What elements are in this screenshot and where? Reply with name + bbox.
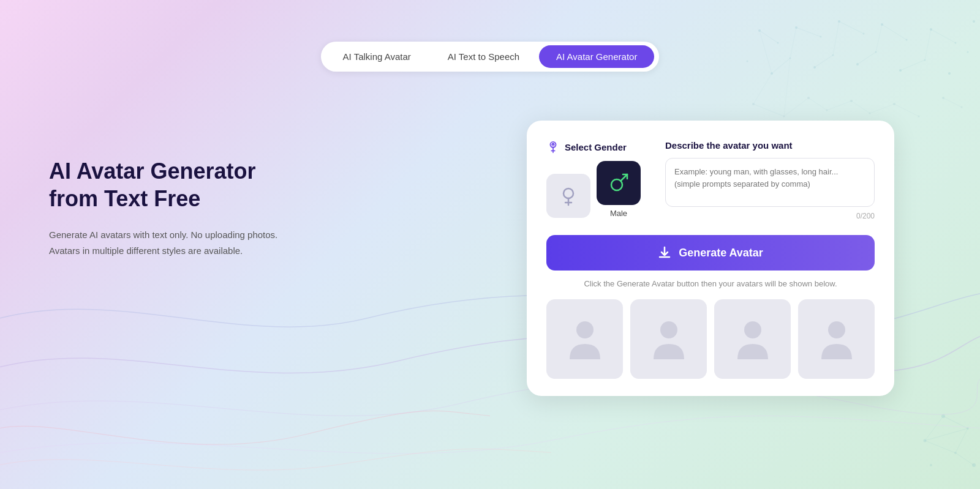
male-symbol-icon	[607, 171, 630, 195]
svg-point-78	[576, 321, 594, 338]
gender-section-label-text: Select Gender	[565, 142, 627, 152]
tab-bar: AI Talking Avatar AI Text to Speech AI A…	[321, 42, 660, 72]
avatar-placeholder-1	[546, 299, 623, 379]
svg-point-81	[828, 321, 845, 338]
card-header: Select Gender	[546, 140, 875, 220]
describe-label: Describe the avatar you want	[665, 140, 875, 151]
main-card: Select Gender	[527, 121, 894, 396]
avatar-silhouette-4	[818, 316, 855, 362]
avatar-silhouette-1	[567, 316, 603, 362]
avatar-grid	[546, 299, 875, 379]
generate-button-label: Generate Avatar	[679, 247, 763, 259]
avatar-placeholder-2	[630, 299, 707, 379]
avatar-placeholder-3	[714, 299, 791, 379]
describe-section: Describe the avatar you want 0/200	[665, 140, 875, 220]
char-count: 0/200	[665, 212, 875, 220]
page-description: Generate AI avatars with text only. No u…	[49, 227, 294, 258]
gender-male-btn[interactable]	[597, 161, 641, 205]
avatar-silhouette-3	[734, 316, 771, 362]
gender-options: Male	[546, 161, 641, 218]
gender-female-btn[interactable]	[546, 174, 590, 218]
describe-textarea[interactable]	[665, 158, 875, 207]
avatar-silhouette-2	[650, 316, 687, 362]
svg-point-70	[552, 143, 554, 146]
gender-section: Select Gender	[546, 140, 641, 218]
page-title: AI Avatar Generator from Text Free	[49, 157, 294, 212]
svg-point-79	[660, 321, 677, 338]
male-gender-label: Male	[597, 209, 641, 218]
page-container: AI Talking Avatar AI Text to Speech AI A…	[0, 0, 980, 489]
female-symbol-icon	[557, 185, 579, 207]
tab-text-to-speech[interactable]: AI Text to Speech	[431, 45, 537, 68]
gender-icon	[546, 140, 560, 154]
svg-point-80	[744, 321, 761, 338]
tab-talking-avatar[interactable]: AI Talking Avatar	[326, 45, 428, 68]
helper-text: Click the Generate Avatar button then yo…	[546, 279, 875, 288]
svg-point-71	[564, 189, 573, 198]
content-area: AI Avatar Generator from Text Free Gener…	[0, 121, 980, 396]
gender-label: Select Gender	[546, 140, 641, 154]
left-text-block: AI Avatar Generator from Text Free Gener…	[49, 121, 294, 258]
avatar-placeholder-4	[798, 299, 875, 379]
tab-avatar-generator[interactable]: AI Avatar Generator	[539, 45, 654, 68]
svg-line-75	[621, 174, 628, 181]
generate-avatar-button[interactable]: Generate Avatar	[546, 235, 875, 271]
generate-icon	[658, 246, 671, 259]
